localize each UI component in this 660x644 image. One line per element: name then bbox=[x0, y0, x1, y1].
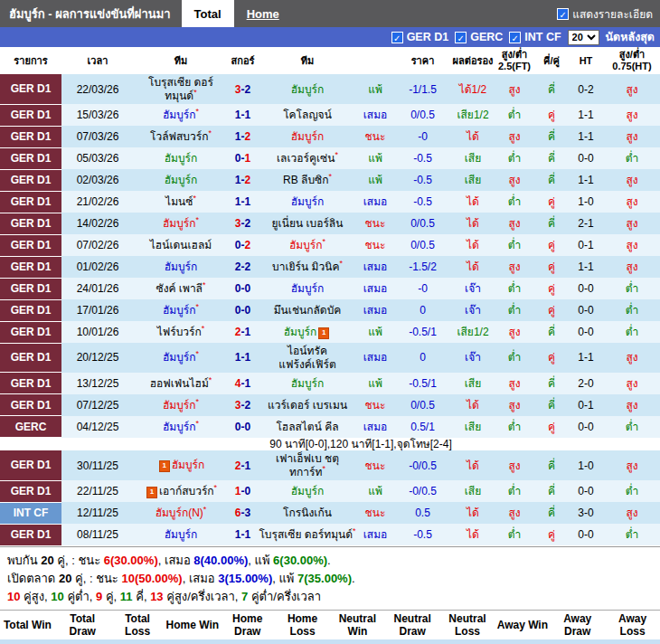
away-team-name[interactable]: ฮัมบูร์ก bbox=[291, 282, 325, 295]
show-details-label: แสดงรายละเอียด bbox=[572, 5, 653, 23]
home-team-name[interactable]: โวล์ฟสบวร์ก bbox=[150, 130, 208, 143]
away-team-name[interactable]: มึนเช่นกลัดบัค bbox=[274, 304, 342, 317]
favorite-star: * bbox=[196, 215, 200, 224]
away-team-name[interactable]: ยูเนี่ยน เบอร์ลิน bbox=[272, 217, 344, 230]
halftime-score-cell: 1-0 bbox=[568, 450, 604, 480]
away-team-name[interactable]: ฮัมบูร์ก bbox=[291, 485, 325, 497]
match-date: 07/02/26 bbox=[61, 234, 134, 256]
match-row: GER D121/02/26ไมนซ์*1-1ฮัมบูร์กเสมอ-0.5ไ… bbox=[0, 191, 660, 213]
away-team-name[interactable]: ฮัมบูร์ก bbox=[291, 83, 325, 96]
home-team-cell: ฮอฟเฟ่นไฮม์* bbox=[134, 373, 228, 394]
home-team-name[interactable]: ฮัมบูร์ก bbox=[163, 304, 196, 317]
tab-total[interactable]: Total bbox=[182, 0, 234, 27]
match-count-select[interactable]: 20 bbox=[568, 30, 599, 45]
away-team-name[interactable]: เฟาเอ็ฟเบ ชตุทการ์ท bbox=[276, 452, 339, 478]
handicap-result-cell: เสีย1/2 bbox=[452, 321, 494, 343]
league-badge: GER D1 bbox=[0, 74, 61, 104]
home-team-name[interactable]: ซังค์ เพาลี bbox=[156, 282, 203, 295]
home-team-name[interactable]: ฮอฟเฟ่นไฮม์ bbox=[150, 377, 209, 390]
over-under-075-cell: สูง bbox=[604, 394, 660, 416]
home-team-name[interactable]: โบรุสเซีย ดอร์ทมุนด์ bbox=[148, 76, 213, 101]
stats-count: 0 bbox=[385, 639, 440, 644]
stats-count: 2 bbox=[275, 639, 330, 644]
over-under-25-cell: ต่ำ bbox=[494, 278, 535, 299]
home-team-name[interactable]: ฮัมบูร์ก bbox=[163, 399, 196, 412]
match-row: GER D110/01/26ไฟร์บวร์ก*2-1ฮัมบูร์ก1แพ้-… bbox=[0, 321, 660, 343]
favorite-star: * bbox=[339, 259, 343, 268]
home-team-name[interactable]: ไมนซ์ bbox=[165, 195, 193, 208]
col-home-team: ทีม bbox=[134, 47, 228, 74]
away-team-name[interactable]: แวร์เดอร์ เบรเมน bbox=[268, 399, 347, 412]
home-team-name[interactable]: ฮัมบูร์ก bbox=[165, 260, 198, 273]
home-team-name[interactable]: ฮัมบูร์ก bbox=[163, 351, 196, 364]
away-team-name[interactable]: ไอน์ทรัค แฟร้งค์เฟิร์ต bbox=[278, 345, 335, 370]
result-cell: เสมอ bbox=[357, 278, 393, 299]
match-date: 08/11/25 bbox=[61, 524, 134, 545]
handicap-result-cell: เสีย bbox=[452, 416, 494, 438]
odd-even-cell: คี่ bbox=[535, 321, 568, 343]
away-team-name[interactable]: เลเวอร์คูเซ่น bbox=[277, 152, 335, 165]
home-team-name[interactable]: เอาก์สบวร์ก bbox=[159, 485, 214, 497]
away-team-name[interactable]: โกรนิงเก้น bbox=[283, 507, 332, 519]
away-team-cell: ไอน์ทรัค แฟร้งค์เฟิร์ต bbox=[258, 343, 357, 373]
league-checkbox-ger-d1[interactable]: ✓ bbox=[391, 32, 403, 43]
away-team-name[interactable]: ฮัมบูร์ก bbox=[291, 377, 325, 390]
home-team-name[interactable]: ฮัมบูร์ก bbox=[163, 109, 196, 121]
league-badge: GER D1 bbox=[0, 191, 61, 213]
handicap-result-cell: เสีย bbox=[452, 480, 494, 502]
away-team-name[interactable]: โฮลสไตน์ คีล bbox=[276, 421, 338, 433]
odd-even-cell: คู่ bbox=[535, 191, 568, 213]
handicap-result-cell: ได้ bbox=[452, 256, 494, 278]
handicap-cell: -0.5 bbox=[393, 169, 452, 191]
red-card-icon: 1 bbox=[318, 327, 329, 339]
away-team-cell: โบรุสเซีย ดอร์ทมุนด์* bbox=[258, 524, 357, 545]
show-details-group: ✓ แสดงรายละเอียด bbox=[557, 0, 660, 27]
favorite-star: * bbox=[202, 324, 205, 333]
home-team-name[interactable]: ฮัมบูร์ก bbox=[172, 459, 205, 471]
league-filter-int-cf: ✓ INT CF bbox=[509, 31, 561, 43]
favorite-star: * bbox=[335, 150, 338, 159]
stats-header: Home Win bbox=[165, 610, 220, 639]
home-team-name[interactable]: ฮัมบูร์ก bbox=[165, 152, 198, 165]
league-badge: GER D1 bbox=[0, 147, 61, 169]
odd-even-cell: คู่ bbox=[535, 278, 568, 299]
home-team-name[interactable]: ไฟร์บวร์ก bbox=[157, 326, 202, 338]
home-team-name[interactable]: ฮัมบูร์ก bbox=[165, 528, 198, 541]
over-under-25-cell: ต่ำ bbox=[494, 343, 535, 373]
over-under-25-cell: สูง bbox=[494, 394, 535, 416]
stats-count: 6 bbox=[0, 639, 55, 644]
odd-even-cell: คู่ bbox=[535, 234, 568, 256]
away-team-name[interactable]: บาเยิร์น มิวนิค bbox=[272, 260, 339, 273]
away-team-name[interactable]: ฮัมบูร์ก bbox=[291, 130, 325, 143]
away-team-name[interactable]: โคโลญจน์ bbox=[283, 109, 332, 121]
tab-home[interactable]: Home bbox=[234, 0, 292, 27]
over-under-25-cell: ต่ำ bbox=[494, 480, 535, 502]
match-date: 22/03/26 bbox=[61, 74, 134, 104]
home-team-cell: ฮัมบูร์ก* bbox=[134, 343, 228, 373]
favorite-star: * bbox=[323, 237, 326, 246]
match-row: GER D120/12/25ฮัมบูร์ก*1-1ไอน์ทรัค แฟร้ง… bbox=[0, 343, 660, 373]
home-team-name[interactable]: ฮัมบูร์ก bbox=[165, 174, 198, 186]
away-team-cell: ยูเนี่ยน เบอร์ลิน bbox=[258, 213, 357, 234]
handicap-result-cell: ได้1/2 bbox=[452, 74, 494, 104]
league-checkbox-gerc[interactable]: ✓ bbox=[455, 32, 467, 43]
league-filter-ger-d1: ✓ GER D1 bbox=[391, 31, 449, 43]
away-team-name[interactable]: ฮัมบูร์ก bbox=[284, 326, 317, 338]
show-details-checkbox[interactable]: ✓ bbox=[557, 8, 569, 20]
stats-header: Total Loss bbox=[110, 610, 165, 639]
league-checkbox-int-cf[interactable]: ✓ bbox=[509, 32, 521, 43]
home-team-name[interactable]: ฮัมบูร์ก bbox=[163, 421, 196, 433]
away-team-name[interactable]: ฮัมบูร์ก bbox=[289, 239, 323, 251]
away-team-name[interactable]: RB ลีบซิก bbox=[283, 174, 328, 186]
match-date: 01/02/26 bbox=[61, 256, 134, 278]
home-team-name[interactable]: ฮัมบูร์ก bbox=[163, 217, 196, 230]
away-team-name[interactable]: ฮัมบูร์ก bbox=[291, 195, 325, 208]
home-team-name[interactable]: ไฮน์เดนเฮลม์ bbox=[150, 239, 212, 251]
col-over-under-25: สูง/ต่ำ 2.5(FT) bbox=[494, 47, 535, 74]
match-score: 6-3 bbox=[228, 502, 258, 524]
over-under-075-cell: ต่ำ bbox=[604, 147, 660, 169]
home-team-cell: ไฟร์บวร์ก* bbox=[134, 321, 228, 343]
away-team-name[interactable]: โบรุสเซีย ดอร์ทมุนด์ bbox=[259, 528, 353, 541]
home-team-name[interactable]: ฮัมบูร์ก(N) bbox=[156, 507, 203, 519]
home-team-cell: โบรุสเซีย ดอร์ทมุนด์* bbox=[134, 74, 228, 104]
